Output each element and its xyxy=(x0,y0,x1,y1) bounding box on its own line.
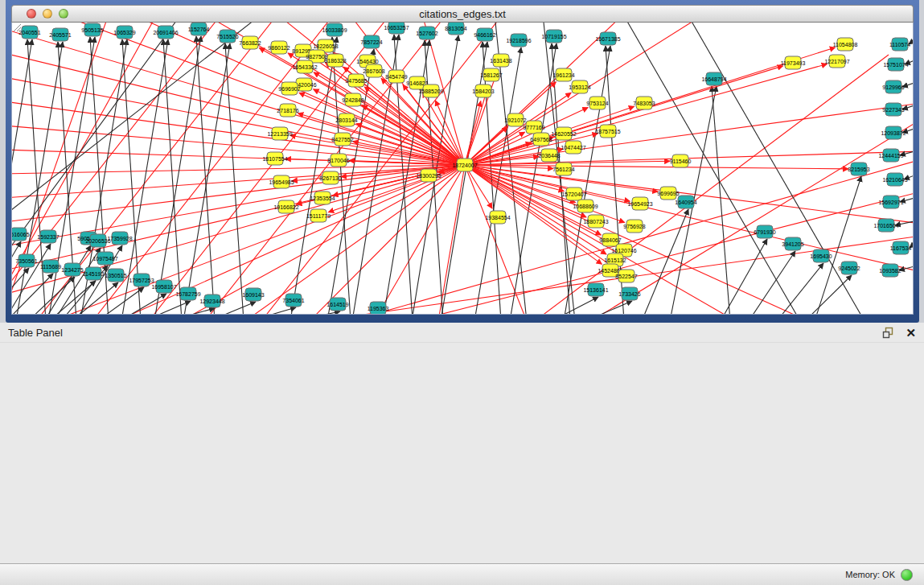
graph-node[interactable]: 1234275 xyxy=(61,263,83,276)
resize-grip-icon[interactable] xyxy=(12,23,22,32)
graph-node[interactable]: 9756928 xyxy=(623,220,645,233)
graph-node[interactable]: 1152764 xyxy=(188,23,210,35)
graph-node[interactable]: 9696907 xyxy=(278,82,300,95)
graph-node[interactable]: 9227343 xyxy=(882,103,904,116)
graph-node[interactable]: 7857224 xyxy=(360,35,382,48)
graph-node[interactable]: 12444159 xyxy=(878,149,903,162)
graph-node[interactable]: 1592337 xyxy=(37,230,59,243)
graph-node[interactable]: 2036448 xyxy=(538,149,560,162)
citation-network-graph[interactable]: 2040551240557195051351065329206914061152… xyxy=(12,23,914,314)
network-window[interactable]: citations_edges.txt 20405512405571950513… xyxy=(6,0,919,323)
graph-node[interactable]: 9777169 xyxy=(523,121,544,134)
graph-node[interactable]: 19384554 xyxy=(485,211,510,224)
graph-node[interactable]: 7561234 xyxy=(552,163,574,175)
graph-node[interactable]: 8215953 xyxy=(848,163,869,175)
graph-node[interactable]: 1961234 xyxy=(552,68,574,81)
memory-ok-indicator[interactable] xyxy=(901,569,913,581)
graph-node[interactable]: 19166822 xyxy=(273,200,298,213)
graph-node[interactable]: 7354061 xyxy=(282,294,304,307)
svg-text:16782759: 16782759 xyxy=(175,291,200,297)
graph-node[interactable]: 9475685 xyxy=(345,74,367,87)
graph-node[interactable]: 2718176 xyxy=(277,104,298,117)
graph-node[interactable]: 7483053 xyxy=(633,97,655,109)
graph-node[interactable]: 8454749 xyxy=(385,70,407,83)
graph-node[interactable]: 11054808 xyxy=(833,38,858,51)
graph-node[interactable]: 8522547 xyxy=(615,270,637,282)
graph-node[interactable]: 12923448 xyxy=(199,295,224,307)
network-canvas[interactable]: 2040551240557195051351065329206914061152… xyxy=(11,23,914,315)
graph-node[interactable]: 2867608 xyxy=(363,64,384,77)
float-panel-icon[interactable] xyxy=(882,327,894,339)
graph-node[interactable]: 1640954 xyxy=(675,196,696,208)
graph-node[interactable]: 17957253 xyxy=(129,274,154,286)
graph-node[interactable]: 15720407 xyxy=(561,187,586,200)
graph-node[interactable]: 8170046 xyxy=(327,154,349,167)
graph-node[interactable]: 1581267 xyxy=(480,68,502,81)
graph-node[interactable]: 18107554 xyxy=(262,152,287,165)
graph-node[interactable]: 8813054 xyxy=(445,23,466,35)
graph-node[interactable]: 1167534 xyxy=(890,241,912,254)
graph-node[interactable]: 18757515 xyxy=(595,125,620,138)
graph-node[interactable]: 1115689 xyxy=(40,260,61,273)
graph-node[interactable]: 7515526 xyxy=(216,30,238,43)
graph-node[interactable]: 17016504 xyxy=(873,219,898,232)
minimize-window-icon[interactable] xyxy=(43,9,52,19)
graph-node[interactable]: 9466162 xyxy=(474,28,495,41)
svg-text:16648794: 16648794 xyxy=(701,76,726,82)
graph-node[interactable]: 1350515 xyxy=(105,269,126,282)
graph-node[interactable]: 18807243 xyxy=(583,215,608,228)
graph-node[interactable]: 9753124 xyxy=(586,97,608,109)
network-window-titlebar[interactable]: citations_edges.txt xyxy=(11,5,914,23)
close-window-icon[interactable] xyxy=(27,9,36,19)
graph-node[interactable]: 7350561 xyxy=(15,254,37,267)
graph-node[interactable]: 2516065 xyxy=(12,228,30,241)
graph-node[interactable]: 3941205 xyxy=(782,237,803,250)
graph-node[interactable]: 7663822 xyxy=(239,36,261,49)
graph-node[interactable]: 17359928 xyxy=(107,232,132,245)
graph-node[interactable]: 15136141 xyxy=(583,283,608,296)
graph-node[interactable]: 15111779 xyxy=(306,209,331,222)
graph-node[interactable]: 16671385 xyxy=(595,32,620,45)
graph-node[interactable]: 6497568 xyxy=(530,133,552,146)
graph-node[interactable]: 2040551 xyxy=(18,26,40,39)
graph-node[interactable]: 20691406 xyxy=(153,26,178,39)
svg-text:10975487: 10975487 xyxy=(92,256,117,262)
graph-node[interactable]: 19218596 xyxy=(506,34,531,47)
graph-node[interactable]: 9860122 xyxy=(268,41,290,54)
graph-node[interactable]: 8427552 xyxy=(331,133,353,146)
graph-node[interactable]: 9505135 xyxy=(81,23,103,36)
graph-node[interactable]: 9245022 xyxy=(838,262,860,274)
graph-node[interactable]: 1093582 xyxy=(879,264,901,277)
graph-node[interactable]: 10653257 xyxy=(384,23,409,34)
graph-node[interactable]: 1953124 xyxy=(569,80,590,93)
graph-node[interactable]: 9129966 xyxy=(882,80,904,93)
graph-node[interactable]: 1695430 xyxy=(810,249,832,262)
graph-node[interactable]: 8186328 xyxy=(324,54,346,67)
graph-node[interactable]: 9699695 xyxy=(657,187,679,200)
graph-node[interactable]: 2405571 xyxy=(49,28,71,41)
graph-node[interactable]: 1614519 xyxy=(326,298,348,311)
graph-node[interactable]: 6791930 xyxy=(754,225,775,238)
graph-node[interactable]: 9242848 xyxy=(342,93,363,106)
graph-node[interactable]: 15751074 xyxy=(883,58,908,71)
graph-node[interactable]: 1110574 xyxy=(889,38,910,51)
graph-node[interactable]: 8267130 xyxy=(319,171,341,184)
zoom-window-icon[interactable] xyxy=(59,9,68,19)
graph-node[interactable]: 1145193 xyxy=(83,267,105,280)
graph-node[interactable]: 2803144 xyxy=(335,113,357,126)
graph-node[interactable]: 9115460 xyxy=(670,154,692,167)
close-panel-icon[interactable]: ✕ xyxy=(906,327,916,339)
graph-node[interactable]: 16210643 xyxy=(882,173,907,186)
graph-node[interactable]: 1065329 xyxy=(113,26,135,39)
svg-text:9242848: 9242848 xyxy=(342,97,363,103)
graph-node[interactable]: 1584203 xyxy=(472,84,494,97)
graph-node[interactable]: 12217097 xyxy=(824,55,849,68)
graph-node[interactable]: 12093872 xyxy=(881,126,906,139)
svg-text:2718176: 2718176 xyxy=(277,108,298,113)
graph-node[interactable]: 1631438 xyxy=(490,54,511,67)
graph-node[interactable]: 10688609 xyxy=(573,200,598,212)
graph-node[interactable]: 1733426 xyxy=(618,287,640,300)
graph-node[interactable]: 1609143 xyxy=(242,288,264,301)
graph-node[interactable]: 1195363 xyxy=(368,302,389,314)
graph-node[interactable]: 1527602 xyxy=(416,27,437,39)
